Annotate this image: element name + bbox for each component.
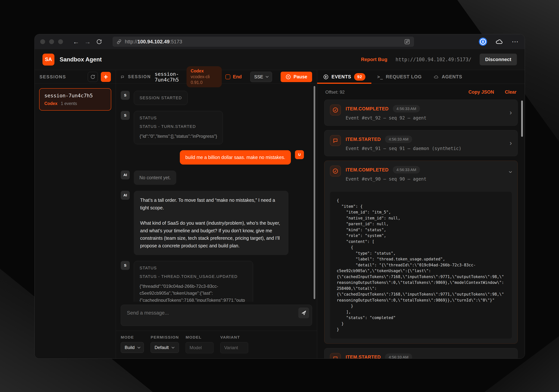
send-icon bbox=[301, 310, 307, 316]
chevron-right-icon[interactable]: › bbox=[510, 358, 512, 359]
window-controls bbox=[40, 39, 63, 44]
event-type: ITEM.STARTED bbox=[346, 137, 381, 142]
model-input[interactable] bbox=[186, 342, 214, 353]
chat-message: S SESSION STARTED bbox=[121, 91, 304, 105]
chevron-down-icon bbox=[266, 75, 269, 78]
message-bubble: STATUSSTATUS - TURN.STARTED{"id":"0","it… bbox=[134, 111, 223, 144]
event-timestamp: 4:56:33 AM bbox=[385, 354, 412, 359]
session-name-title: session-7un4c7h5 bbox=[155, 71, 183, 83]
message-avatar: S bbox=[121, 261, 130, 270]
event-title-row: ITEM.STARTED 4:56:33 AM bbox=[346, 135, 505, 143]
session-list-item[interactable]: session-7un4c7h5 Codex 1 events bbox=[39, 88, 111, 111]
more-menu-icon[interactable]: ⋯ bbox=[512, 38, 519, 46]
message-line: SESSION STARTED bbox=[140, 96, 182, 100]
message-line: {"id":"0","items":[],"status":"inProgres… bbox=[140, 133, 217, 140]
event-json: { "item": { "item_id": "itm_5", "native_… bbox=[330, 192, 512, 339]
sessions-header: SESSIONS + bbox=[35, 70, 116, 84]
event-card[interactable]: ITEM.STARTED 4:56:33 AM Event #evt_89 – … bbox=[324, 348, 518, 359]
chat-message: S STATUSSTATUS - THREAD.TOKEN_USAGE.UPDA… bbox=[121, 261, 304, 302]
chat-messages: S SESSION STARTED S STATUSSTATUS - TURN.… bbox=[116, 84, 317, 302]
badge-agent: Codex bbox=[191, 69, 204, 73]
copy-json-button[interactable]: Copy JSON bbox=[468, 89, 494, 95]
disconnect-button[interactable]: Disconnect bbox=[480, 53, 517, 65]
url-text: http://100.94.102.49:5173 bbox=[125, 39, 182, 45]
event-timestamp: 4:56:33 AM bbox=[393, 105, 420, 112]
sessions-title: SESSIONS bbox=[39, 74, 66, 80]
refresh-icon bbox=[90, 74, 96, 80]
chat-message: U build me a billion dollar saas. make n… bbox=[121, 150, 304, 165]
transport-select[interactable]: SSE bbox=[250, 72, 272, 82]
message-bubble: No content yet. bbox=[134, 170, 176, 185]
report-bug-link[interactable]: Report Bug bbox=[361, 57, 387, 62]
event-main: ITEM.COMPLETED 4:56:33 AM Event #evt_90 … bbox=[346, 166, 505, 182]
session-list: session-7un4c7h5 Codex 1 events bbox=[35, 84, 116, 115]
browser-window: ← → http://100.94.102.49:5173 ⋯ SA Sandb… bbox=[35, 34, 525, 359]
badge-version: vcodex-cli 0.91.0 bbox=[191, 74, 210, 85]
panel-tabs: EVENTS 92 >_ REQUEST LOG AGENTS bbox=[317, 70, 525, 84]
zoom-window-button[interactable] bbox=[58, 39, 63, 44]
message-line: No content yet. bbox=[139, 175, 171, 180]
permission-label: PERMISSION bbox=[150, 335, 179, 339]
chevron-right-icon[interactable]: › bbox=[507, 171, 514, 173]
event-card[interactable]: ITEM.COMPLETED 4:56:33 AM Event #evt_92 … bbox=[324, 100, 518, 126]
mode-select[interactable]: Build bbox=[121, 342, 144, 353]
tab-request-log[interactable]: >_ REQUEST LOG bbox=[371, 70, 428, 84]
minimize-window-button[interactable] bbox=[49, 39, 54, 44]
end-checkbox[interactable] bbox=[225, 74, 230, 79]
event-timestamp: 4:56:33 AM bbox=[393, 166, 420, 173]
cloud-icon[interactable] bbox=[495, 38, 503, 46]
cloud-icon bbox=[434, 74, 439, 80]
composer bbox=[116, 302, 317, 331]
back-button[interactable]: ← bbox=[71, 37, 81, 46]
tab-request-log-label: REQUEST LOG bbox=[386, 74, 422, 80]
event-title-row: ITEM.STARTED 4:56:33 AM bbox=[346, 354, 505, 359]
event-card[interactable]: ITEM.COMPLETED 4:56:33 AM Event #evt_90 … bbox=[324, 161, 518, 344]
event-main: ITEM.STARTED 4:56:33 AM Event #evt_89 – … bbox=[346, 353, 505, 359]
chevron-down-icon bbox=[172, 346, 175, 348]
chat-message: AI No content yet. bbox=[121, 170, 304, 185]
chat-message: S STATUSSTATUS - TURN.STARTED{"id":"0","… bbox=[121, 111, 304, 144]
event-timestamp: 4:56:33 AM bbox=[385, 135, 412, 143]
event-icon-tile bbox=[330, 135, 341, 146]
events-scrollbar[interactable] bbox=[521, 100, 523, 137]
reader-options-button[interactable] bbox=[404, 38, 410, 45]
forward-button[interactable]: → bbox=[83, 37, 93, 46]
chat-message: AI That’s a tall order. To move fast and… bbox=[121, 191, 304, 255]
event-icon-tile bbox=[330, 166, 341, 177]
tab-agents[interactable]: AGENTS bbox=[428, 70, 468, 84]
event-title-row: ITEM.COMPLETED 4:56:33 AM bbox=[346, 166, 505, 173]
main-layout: SESSIONS + session-7un4c7h5 Codex 1 even… bbox=[35, 70, 525, 358]
tab-events[interactable]: EVENTS 92 bbox=[317, 70, 371, 84]
permission-select[interactable]: Default bbox=[150, 342, 179, 353]
end-session-toggle[interactable]: End bbox=[225, 74, 242, 80]
event-main: ITEM.STARTED 4:56:33 AM Event #evt_91 – … bbox=[346, 135, 505, 151]
pause-button[interactable]: Pause bbox=[281, 72, 312, 82]
variant-input[interactable] bbox=[220, 342, 248, 353]
chevron-right-icon[interactable]: › bbox=[510, 140, 512, 146]
message-line: STATUS bbox=[140, 116, 217, 120]
event-main: ITEM.COMPLETED 4:56:33 AM Event #evt_92 … bbox=[346, 105, 505, 121]
refresh-sessions-button[interactable] bbox=[88, 72, 98, 82]
clear-events-button[interactable]: Clear bbox=[505, 89, 517, 95]
message-bubble: SESSION STARTED bbox=[134, 91, 188, 105]
event-type: ITEM.STARTED bbox=[346, 354, 381, 358]
password-manager-icon[interactable] bbox=[479, 38, 487, 46]
chevron-right-icon[interactable]: › bbox=[510, 109, 512, 116]
close-window-button[interactable] bbox=[40, 39, 45, 44]
session-meta: Codex 1 events bbox=[44, 101, 106, 106]
session-panel: SESSION session-7un4c7h5 Codex vcodex-cl… bbox=[116, 70, 317, 358]
model-control: MODEL bbox=[186, 335, 214, 353]
tab-events-label: EVENTS bbox=[332, 74, 351, 80]
variant-control: VARIANT bbox=[220, 335, 248, 353]
model-label: MODEL bbox=[186, 335, 214, 339]
address-bar[interactable]: http://100.94.102.49:5173 bbox=[112, 37, 414, 47]
reload-button[interactable] bbox=[94, 37, 104, 46]
tab-agents-label: AGENTS bbox=[442, 74, 462, 80]
message-input[interactable] bbox=[121, 305, 312, 326]
chat-scrollbar[interactable] bbox=[314, 86, 315, 299]
new-session-button[interactable]: + bbox=[101, 72, 111, 82]
send-button[interactable] bbox=[298, 307, 309, 318]
app-title: Sandbox Agent bbox=[60, 56, 102, 63]
event-card[interactable]: ITEM.STARTED 4:56:33 AM Event #evt_91 – … bbox=[324, 130, 518, 156]
message-line: What kind of SaaS do you want (industry/… bbox=[140, 219, 282, 249]
